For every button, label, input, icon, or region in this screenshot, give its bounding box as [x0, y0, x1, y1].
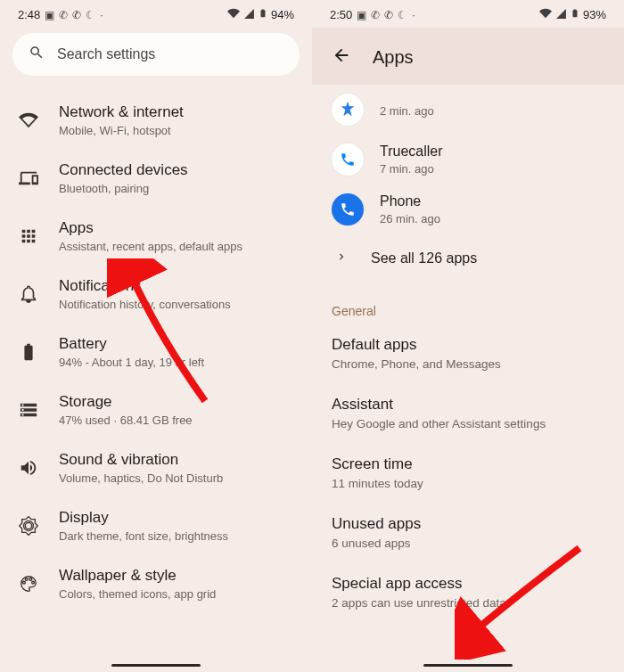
apps-icon: [16, 226, 41, 246]
see-all-apps[interactable]: See all 126 apps: [312, 234, 624, 283]
search-settings[interactable]: Search settings: [12, 33, 300, 76]
apps-header: Apps: [312, 28, 624, 85]
app-time: 7 min. ago: [380, 162, 604, 176]
item-sub: 2 apps can use unrestricted data: [332, 596, 604, 610]
call-icon: ✆: [371, 9, 380, 21]
chevron-right-icon: [335, 250, 348, 266]
wifi-icon: [539, 7, 552, 22]
search-placeholder: Search settings: [57, 46, 155, 62]
wifi-icon: [16, 111, 41, 130]
item-sub: Hey Google and other Assistant settings: [332, 417, 604, 430]
app-time: 2 min. ago: [380, 104, 604, 118]
status-bar: 2:48 ▣ ✆ ✆ ☾ · 94%: [0, 0, 312, 28]
settings-item-wallpaper[interactable]: Wallpaper & style Colors, themed icons, …: [0, 555, 312, 613]
item-title: Default apps: [332, 336, 604, 354]
app-row[interactable]: 2 min. ago: [312, 90, 624, 135]
battery-pct: 94%: [271, 8, 294, 21]
item-sub: Notification history, conversations: [59, 298, 296, 311]
msg-icon: ▣: [45, 9, 54, 21]
palette-icon: [16, 574, 41, 594]
search-icon: [29, 45, 45, 64]
dot-icon: ·: [412, 9, 415, 21]
settings-item-apps[interactable]: Apps Assistant, recent apps, default app…: [0, 208, 312, 266]
devices-icon: [16, 168, 41, 188]
home-indicator[interactable]: [423, 664, 513, 667]
svg-rect-1: [262, 9, 265, 10]
item-sub: 47% used · 68.41 GB free: [59, 414, 296, 427]
item-sub: Dark theme, font size, brightness: [59, 529, 296, 543]
signal-icon: [555, 8, 567, 22]
item-title: Network & internet: [59, 103, 296, 121]
item-title: Battery: [59, 335, 296, 353]
svg-rect-3: [574, 9, 577, 10]
settings-item-connected-devices[interactable]: Connected devices Bluetooth, pairing: [0, 150, 312, 208]
item-title: Storage: [59, 393, 296, 411]
item-sub: Chrome, Phone, and Messages: [332, 357, 604, 371]
page-title: Apps: [373, 47, 414, 68]
item-title: Screen time: [332, 455, 604, 473]
settings-item-sound[interactable]: Sound & vibration Volume, haptics, Do No…: [0, 439, 312, 497]
general-item-unused-apps[interactable]: Unused apps 6 unused apps: [312, 503, 624, 562]
volume-icon: [16, 458, 41, 478]
call-icon-2: ✆: [72, 9, 81, 21]
item-sub: Assistant, recent apps, default apps: [59, 240, 296, 253]
status-bar: 2:50 ▣ ✆ ✆ ☾ · 93%: [312, 0, 624, 28]
item-sub: Volume, haptics, Do Not Disturb: [59, 471, 296, 485]
battery-icon: [571, 7, 579, 22]
app-icon-phone: [332, 193, 364, 225]
svg-rect-2: [572, 10, 577, 17]
item-sub: Bluetooth, pairing: [59, 182, 296, 195]
item-title: Connected devices: [59, 161, 296, 179]
app-time: 26 min. ago: [380, 212, 604, 225]
wifi-icon: [227, 7, 240, 22]
settings-item-network[interactable]: Network & internet Mobile, Wi-Fi, hotspo…: [0, 92, 312, 150]
app-icon-truecaller: [332, 143, 364, 176]
brightness-icon: [16, 516, 41, 536]
item-title: Wallpaper & style: [59, 567, 296, 585]
item-sub: 11 minutes today: [332, 477, 604, 490]
apps-screen: 2:50 ▣ ✆ ✆ ☾ · 93% Apps 2 min. ago: [312, 0, 624, 672]
app-name: Phone: [380, 193, 604, 209]
settings-item-display[interactable]: Display Dark theme, font size, brightnes…: [0, 497, 312, 555]
item-title: Apps: [59, 219, 296, 237]
battery-icon: [259, 7, 267, 22]
signal-icon: [243, 8, 255, 22]
item-sub: Colors, themed icons, app grid: [59, 587, 296, 601]
bell-icon: [16, 284, 41, 304]
item-title: Special app access: [332, 575, 604, 593]
clock: 2:50: [330, 8, 352, 21]
dot-icon: ·: [100, 9, 103, 21]
settings-list: Network & internet Mobile, Wi-Fi, hotspo…: [0, 92, 312, 613]
settings-screen: 2:48 ▣ ✆ ✆ ☾ · 94% Search settings: [0, 0, 312, 672]
item-sub: 6 unused apps: [332, 537, 604, 550]
app-row-truecaller[interactable]: Truecaller 7 min. ago: [312, 135, 624, 184]
app-name: Truecaller: [380, 143, 604, 160]
settings-item-notifications[interactable]: Notifications Notification history, conv…: [0, 266, 312, 324]
section-header-general: General: [312, 288, 624, 324]
call-icon: ✆: [59, 9, 68, 21]
recent-apps-list: 2 min. ago Truecaller 7 min. ago Phone 2…: [312, 85, 624, 288]
svg-rect-0: [260, 10, 265, 17]
item-title: Display: [59, 509, 296, 527]
item-title: Sound & vibration: [59, 451, 296, 469]
item-sub: 94% - About 1 day, 19 hr left: [59, 356, 296, 369]
back-button[interactable]: [332, 45, 351, 69]
dnd-icon: ☾: [398, 9, 407, 21]
storage-icon: [16, 400, 41, 420]
item-title: Unused apps: [332, 515, 604, 533]
home-indicator[interactable]: [111, 664, 201, 667]
call-icon-2: ✆: [384, 9, 393, 21]
dnd-icon: ☾: [86, 9, 95, 21]
app-icon: [332, 94, 364, 126]
general-item-screen-time[interactable]: Screen time 11 minutes today: [312, 443, 624, 503]
msg-icon: ▣: [357, 9, 366, 21]
general-item-default-apps[interactable]: Default apps Chrome, Phone, and Messages: [312, 324, 624, 383]
battery-pct: 93%: [583, 8, 606, 21]
item-title: Assistant: [332, 396, 604, 414]
general-item-special-access[interactable]: Special app access 2 apps can use unrest…: [312, 562, 624, 622]
general-item-assistant[interactable]: Assistant Hey Google and other Assistant…: [312, 383, 624, 443]
app-row-phone[interactable]: Phone 26 min. ago: [312, 184, 624, 234]
settings-item-battery[interactable]: Battery 94% - About 1 day, 19 hr left: [0, 324, 312, 381]
settings-item-storage[interactable]: Storage 47% used · 68.41 GB free: [0, 381, 312, 439]
see-all-label: See all 126 apps: [371, 250, 477, 266]
